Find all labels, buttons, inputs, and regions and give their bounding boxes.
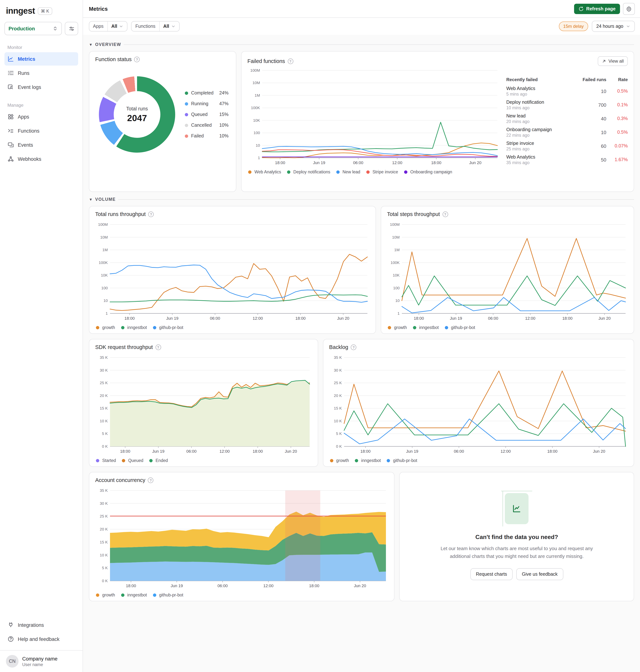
question-circle-icon: ? <box>155 344 161 350</box>
sidebar-item-functions[interactable]: Functions <box>4 124 78 138</box>
svg-text:Jun 19: Jun 19 <box>171 584 183 588</box>
legend-item: Failed10% <box>185 133 229 139</box>
svg-text:06:00: 06:00 <box>186 449 197 454</box>
total-steps-legend: growth inngestbot github-pr-bot <box>387 325 628 330</box>
column-header: Failed runs <box>577 77 606 82</box>
legend-item: Cancelled10% <box>185 123 229 128</box>
svg-text:10: 10 <box>395 298 399 303</box>
failed-functions-chart: 100M10M1M100K10K10010118:00Jun 1906:0012… <box>247 68 500 167</box>
svg-text:0 K: 0 K <box>102 578 108 583</box>
svg-text:Jun 20: Jun 20 <box>285 449 297 454</box>
svg-text:18:00: 18:00 <box>126 584 136 588</box>
svg-text:10M: 10M <box>252 81 260 85</box>
chart-line-icon <box>8 56 14 62</box>
question-circle-icon: ? <box>148 211 154 217</box>
svg-text:Jun 20: Jun 20 <box>469 160 481 165</box>
svg-text:100K: 100K <box>251 105 260 110</box>
time-range-select[interactable]: 24 hours ago <box>592 21 635 32</box>
volume-section-header[interactable]: ▼ VOLUME <box>89 197 634 201</box>
sidebar-item-label: Event logs <box>18 84 41 90</box>
svg-text:5 K: 5 K <box>102 566 108 570</box>
svg-text:10: 10 <box>256 143 260 147</box>
svg-text:18:00: 18:00 <box>562 316 572 320</box>
company-name: Company name <box>22 656 58 661</box>
column-header: Recently failed <box>506 77 577 82</box>
svg-text:10: 10 <box>103 298 108 303</box>
svg-text:Jun 19: Jun 19 <box>450 316 462 320</box>
total-runs-legend: growth inngestbot github-pr-bot <box>95 325 369 330</box>
sidebar-item-events[interactable]: Events <box>4 138 78 152</box>
refresh-page-button[interactable]: Refresh page <box>574 3 620 14</box>
apps-filter-value[interactable]: All <box>107 22 127 31</box>
svg-text:35 K: 35 K <box>100 488 108 492</box>
webhooks-icon <box>8 156 14 162</box>
svg-text:1M: 1M <box>394 248 399 252</box>
svg-text:5 K: 5 K <box>102 431 108 435</box>
failed-row[interactable]: Stripe invoice25 mins ago 60 0.07% <box>506 141 628 151</box>
sidebar-item-label: Functions <box>18 128 40 133</box>
legend-item: Queued15% <box>185 112 229 117</box>
request-charts-button[interactable]: Request charts <box>470 568 513 580</box>
failed-functions-chart-legend: Web Analytics Deploy notifications New l… <box>247 170 500 174</box>
total-steps-title: Total steps throughput? <box>387 211 628 217</box>
command-k-shortcut[interactable]: ⌘ K <box>38 7 52 15</box>
sidebar-item-apps[interactable]: Apps <box>4 110 78 123</box>
functions-filter-value[interactable]: All <box>159 22 179 31</box>
donut-center-label: Total runs <box>126 106 148 111</box>
delay-badge: 15m delay <box>559 22 588 31</box>
function-status-donut: Total runs 2047 <box>99 76 175 153</box>
give-feedback-button[interactable]: Give us feedback <box>516 568 563 580</box>
collapse-triangle-icon: ▼ <box>89 197 92 201</box>
failed-row[interactable]: Web Analytics35 mins ago 50 1.67% <box>506 155 628 165</box>
svg-text:06:00: 06:00 <box>353 160 363 165</box>
volume-section-title: VOLUME <box>95 197 116 201</box>
apps-grid-icon <box>8 113 14 120</box>
svg-text:30 K: 30 K <box>100 368 108 372</box>
sidebar-item-help[interactable]: Help and feedback <box>4 632 78 646</box>
svg-text:30 K: 30 K <box>100 501 108 505</box>
log-search-icon <box>8 84 14 90</box>
failed-row[interactable]: Onboarding campaign22 mins ago 10 0.5% <box>506 127 628 138</box>
failed-row[interactable]: Web Analytics5 mins ago 10 0.5% <box>506 86 628 96</box>
environment-filter-button[interactable] <box>65 22 78 35</box>
svg-text:20 K: 20 K <box>100 527 108 531</box>
overview-section-header[interactable]: ▼ OVERVIEW <box>89 42 634 47</box>
svg-text:100K: 100K <box>391 260 399 265</box>
sidebar: inngest ⌘ K Production Monitor Metrics <box>0 0 83 672</box>
svg-text:1: 1 <box>105 311 108 315</box>
environment-value: Production <box>9 26 35 31</box>
total-runs-chart: 100M10M1M100K10K10010118:00Jun 1906:0012… <box>95 221 369 322</box>
account-menu[interactable]: CN Company name User name <box>4 654 78 668</box>
sidebar-item-webhooks[interactable]: Webhooks <box>4 152 78 166</box>
account-concurrency-chart: 35 K30 K25 K20 K15 K10 K5 K0 K18:00Jun 1… <box>95 487 388 590</box>
svg-text:20 K: 20 K <box>334 394 342 398</box>
sliders-icon <box>68 25 75 32</box>
sidebar-item-label: Apps <box>18 114 29 119</box>
svg-text:100: 100 <box>253 131 260 135</box>
svg-text:20 K: 20 K <box>100 394 108 398</box>
settings-button[interactable] <box>623 3 635 15</box>
sidebar-item-metrics[interactable]: Metrics <box>4 52 78 66</box>
sidebar-item-runs[interactable]: Runs <box>4 66 78 80</box>
svg-text:18:00: 18:00 <box>125 316 135 320</box>
sidebar-item-integrations[interactable]: Integrations <box>4 618 78 632</box>
feedback-card: Can't find the data you need? Let our te… <box>399 472 634 601</box>
failed-row[interactable]: New lead20 mins ago 40 0.3% <box>506 113 628 124</box>
svg-text:35 K: 35 K <box>334 355 342 359</box>
svg-text:35 K: 35 K <box>100 355 108 359</box>
view-all-button[interactable]: View all <box>598 56 628 66</box>
svg-text:12:00: 12:00 <box>263 584 274 588</box>
svg-text:18:00: 18:00 <box>275 160 285 165</box>
avatar: CN <box>6 655 18 668</box>
svg-text:06:00: 06:00 <box>454 449 464 454</box>
sidebar-item-label: Help and feedback <box>18 636 59 642</box>
apps-filter[interactable]: Apps All <box>89 21 128 31</box>
svg-text:5 K: 5 K <box>336 431 342 435</box>
svg-text:18:00: 18:00 <box>120 449 130 454</box>
environment-select[interactable]: Production <box>4 22 62 35</box>
svg-text:06:00: 06:00 <box>217 584 228 588</box>
question-circle-icon: ? <box>148 477 154 483</box>
failed-row[interactable]: Deploy notification10 mins ago 700 0.1% <box>506 100 628 110</box>
functions-filter[interactable]: Functions All <box>131 21 179 31</box>
sidebar-item-event-logs[interactable]: Event logs <box>4 81 78 94</box>
